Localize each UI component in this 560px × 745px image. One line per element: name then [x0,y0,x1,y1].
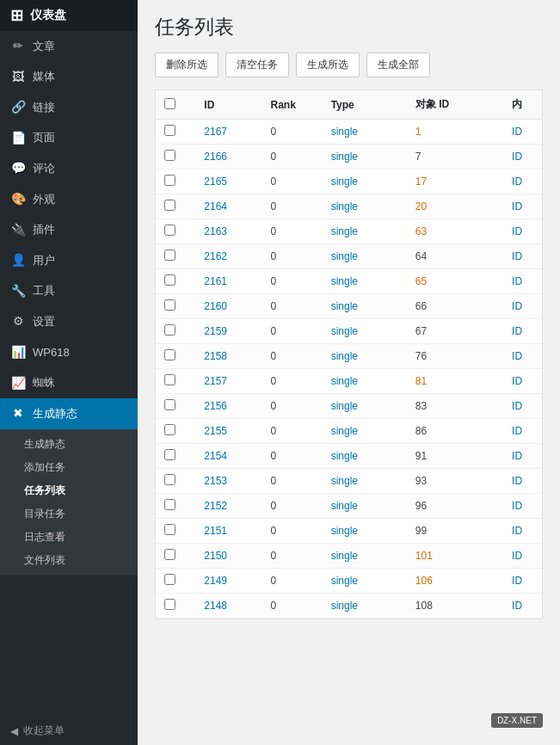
row-id[interactable]: 2155 [195,419,262,444]
row-checkbox[interactable] [164,200,175,211]
row-type[interactable]: single [323,519,407,544]
sub-item-logview[interactable]: 日志查看 [0,526,138,549]
row-id[interactable]: 2161 [195,269,262,294]
row-checkbox[interactable] [164,399,175,410]
row-extra[interactable]: ID [503,120,542,145]
row-type[interactable]: single [323,219,407,244]
row-checkbox[interactable] [164,249,175,261]
row-type[interactable]: single [323,494,407,519]
row-checkbox[interactable] [164,324,175,336]
row-type[interactable]: single [323,344,407,369]
row-type[interactable]: single [323,444,407,469]
row-checkbox[interactable] [164,599,175,610]
row-extra[interactable]: ID [503,194,542,219]
row-type[interactable]: single [323,145,407,169]
sidebar-item-users[interactable]: 👤 用户 [0,245,138,276]
row-id[interactable]: 2148 [195,594,262,619]
row-type[interactable]: single [323,569,407,594]
row-id[interactable]: 2149 [195,569,262,594]
collapse-menu-button[interactable]: ◀ 收起菜单 [0,717,138,745]
row-checkbox[interactable] [164,349,175,360]
row-checkbox[interactable] [164,299,175,311]
row-checkbox[interactable] [164,150,175,161]
row-checkbox[interactable] [164,274,175,286]
row-checkbox[interactable] [164,499,175,510]
row-type[interactable]: single [323,369,407,394]
row-checkbox[interactable] [164,175,175,186]
sidebar-item-genstatic[interactable]: ✖ 生成静态 [0,398,138,429]
row-extra[interactable]: ID [503,394,542,419]
row-id[interactable]: 2159 [195,319,262,344]
clear-tasks-button[interactable]: 清空任务 [225,52,289,77]
sidebar-item-spider[interactable]: 📈 蜘蛛 [0,368,138,399]
sub-item-genstatic[interactable]: 生成静态 [0,433,138,456]
sub-item-dirtask[interactable]: 目录任务 [0,502,138,526]
row-checkbox[interactable] [164,524,175,535]
row-extra[interactable]: ID [503,494,542,519]
row-id[interactable]: 2163 [195,219,262,244]
row-extra[interactable]: ID [503,444,542,469]
row-type[interactable]: single [323,469,407,494]
sub-item-tasklist[interactable]: 任务列表 [0,479,138,502]
row-type[interactable]: single [323,120,407,145]
row-id[interactable]: 2166 [195,145,262,169]
row-extra[interactable]: ID [503,145,542,169]
row-id[interactable]: 2158 [195,344,262,369]
row-extra[interactable]: ID [503,169,542,194]
row-extra[interactable]: ID [503,244,542,269]
row-id[interactable]: 2165 [195,169,262,194]
row-checkbox[interactable] [164,449,175,460]
sidebar-item-comments[interactable]: 💬 评论 [0,153,138,184]
row-checkbox[interactable] [164,374,175,385]
row-extra[interactable]: ID [503,344,542,369]
sidebar-item-media[interactable]: 🖼 媒体 [0,62,138,93]
row-type[interactable]: single [323,244,407,269]
row-id[interactable]: 2150 [195,544,262,569]
row-id[interactable]: 2151 [195,519,262,544]
select-all-checkbox[interactable] [164,98,175,109]
row-extra[interactable]: ID [503,294,542,319]
row-extra[interactable]: ID [503,419,542,444]
sidebar-item-articles[interactable]: ✏ 文章 [0,31,138,62]
generate-selected-button[interactable]: 生成所选 [296,52,360,77]
sidebar-item-appearance[interactable]: 🎨 外观 [0,184,138,215]
row-extra[interactable]: ID [503,219,542,244]
row-id[interactable]: 2162 [195,244,262,269]
sidebar-item-settings[interactable]: ⚙ 设置 [0,306,138,337]
row-type[interactable]: single [323,394,407,419]
row-id[interactable]: 2164 [195,194,262,219]
sidebar-item-plugins[interactable]: 🔌 插件 [0,215,138,246]
row-checkbox[interactable] [164,125,175,136]
sidebar-item-wp618[interactable]: 📊 WP618 [0,337,138,368]
row-extra[interactable]: ID [503,369,542,394]
row-extra[interactable]: ID [503,269,542,294]
sub-item-addtask[interactable]: 添加任务 [0,456,138,479]
sidebar-item-pages[interactable]: 📄 页面 [0,123,138,154]
row-id[interactable]: 2167 [195,120,262,145]
row-id[interactable]: 2152 [195,494,262,519]
row-type[interactable]: single [323,169,407,194]
generate-all-button[interactable]: 生成全部 [366,52,430,77]
row-extra[interactable]: ID [503,569,542,594]
sidebar-item-links[interactable]: 🔗 链接 [0,92,138,123]
sidebar-item-tools[interactable]: 🔧 工具 [0,276,138,307]
row-extra[interactable]: ID [503,544,542,569]
row-type[interactable]: single [323,194,407,219]
row-id[interactable]: 2160 [195,294,262,319]
row-extra[interactable]: ID [503,469,542,494]
row-checkbox[interactable] [164,574,175,585]
row-extra[interactable]: ID [503,594,542,619]
row-id[interactable]: 2153 [195,469,262,494]
row-extra[interactable]: ID [503,519,542,544]
row-extra[interactable]: ID [503,319,542,344]
row-type[interactable]: single [323,594,407,619]
delete-selected-button[interactable]: 删除所选 [155,52,218,77]
sub-item-filelist[interactable]: 文件列表 [0,549,138,572]
row-type[interactable]: single [323,319,407,344]
row-type[interactable]: single [323,419,407,444]
row-type[interactable]: single [323,544,407,569]
row-type[interactable]: single [323,269,407,294]
row-checkbox[interactable] [164,474,175,485]
row-checkbox[interactable] [164,225,175,236]
row-id[interactable]: 2154 [195,444,262,469]
